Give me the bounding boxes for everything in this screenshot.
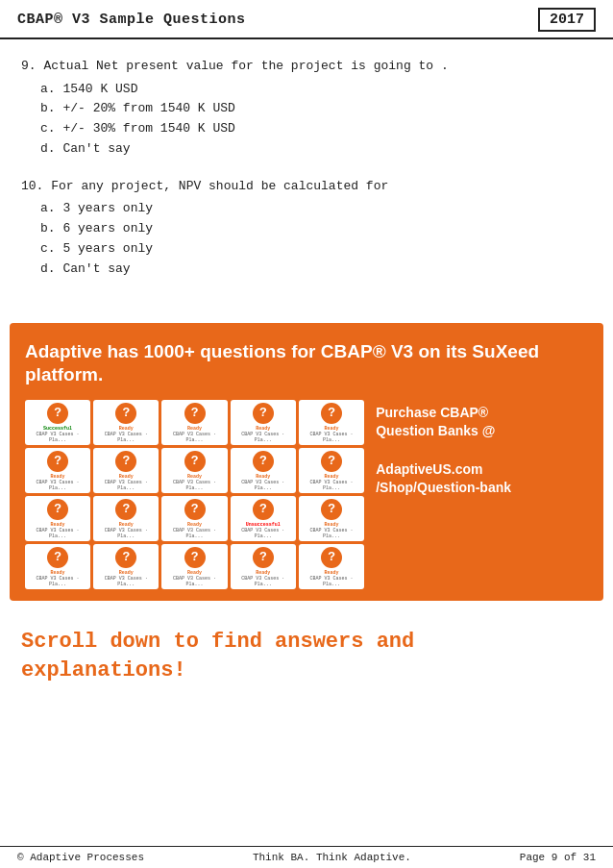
cell-label: CBAP V3 Cases · Pla... xyxy=(163,480,225,491)
question-icon: ? xyxy=(115,403,136,424)
footer-center: Think BA. Think Adaptive. xyxy=(253,852,411,863)
question-icon: ? xyxy=(253,499,274,520)
question-icon: ? xyxy=(253,547,274,568)
question-icon: ? xyxy=(184,547,206,568)
footer-right: Page 9 of 31 xyxy=(520,852,596,863)
main-content: 9. Actual Net present value for the proj… xyxy=(0,39,613,306)
question-9-text: 9. Actual Net present value for the proj… xyxy=(21,57,592,76)
question-icon: ? xyxy=(184,499,206,520)
question-icon: ? xyxy=(184,403,206,424)
option-9a: a. 1540 K USD xyxy=(40,80,592,100)
ad-grid-cell: ?ReadyCBAP V3 Cases · Pla... xyxy=(25,448,90,493)
ad-grid: ?SuccessfulCBAP V3 Cases · Pla...?ReadyC… xyxy=(25,400,364,589)
question-icon: ? xyxy=(115,451,136,472)
scroll-text: Scroll down to find answers and explanat… xyxy=(21,628,592,684)
ad-grid-cell: ?ReadyCBAP V3 Cases · Pla... xyxy=(299,448,364,493)
question-icon: ? xyxy=(47,451,68,472)
question-10-text: 10. For any project, NPV should be calcu… xyxy=(21,177,592,196)
question-icon: ? xyxy=(321,547,342,568)
footer-left: © Adaptive Processes xyxy=(17,852,144,863)
cell-label: CBAP V3 Cases · Pla... xyxy=(233,528,294,539)
ad-grid-cell: ?ReadyCBAP V3 Cases · Pla... xyxy=(231,400,296,445)
ad-grid-cell: ?ReadyCBAP V3 Cases · Pla... xyxy=(161,496,227,541)
ad-grid-cell: ?UnsuccessfulCBAP V3 Cases · Pla... xyxy=(231,496,296,541)
option-10d: d. Can't say xyxy=(40,260,592,280)
ad-grid-cell: ?ReadyCBAP V3 Cases · Pla... xyxy=(299,496,364,541)
ad-banner[interactable]: Adaptive has 1000+ questions for CBAP® V… xyxy=(10,323,603,601)
option-9c: c. +/- 30% from 1540 K USD xyxy=(40,119,592,139)
ad-right-text: Purchase CBAP®Question Banks @AdaptiveUS… xyxy=(376,400,588,498)
ad-grid-cell: ?ReadyCBAP V3 Cases · Pla... xyxy=(299,400,364,445)
ad-body: ?SuccessfulCBAP V3 Cases · Pla...?ReadyC… xyxy=(25,400,588,589)
question-icon: ? xyxy=(253,451,274,472)
cell-label: CBAP V3 Cases · Pla... xyxy=(163,528,225,539)
cell-label: CBAP V3 Cases · Pla... xyxy=(233,432,294,443)
cell-label: CBAP V3 Cases · Pla... xyxy=(95,480,157,491)
page-footer: © Adaptive Processes Think BA. Think Ada… xyxy=(0,846,613,868)
question-icon: ? xyxy=(321,403,342,424)
question-icon: ? xyxy=(47,547,68,568)
page-year: 2017 xyxy=(538,8,596,32)
option-10b: b. 6 years only xyxy=(40,219,592,239)
question-icon: ? xyxy=(184,451,206,472)
option-9b: b. +/- 20% from 1540 K USD xyxy=(40,99,592,119)
ad-headline: Adaptive has 1000+ questions for CBAP® V… xyxy=(25,340,588,386)
cell-label: CBAP V3 Cases · Pla... xyxy=(95,528,157,539)
cell-label: CBAP V3 Cases · Pla... xyxy=(27,576,88,587)
question-icon: ? xyxy=(115,499,136,520)
question-icon: ? xyxy=(47,403,68,424)
scroll-section: Scroll down to find answers and explanat… xyxy=(0,618,613,702)
ad-grid-cell: ?ReadyCBAP V3 Cases · Pla... xyxy=(25,496,90,541)
option-10c: c. 5 years only xyxy=(40,239,592,260)
page-title: CBAP® V3 Sample Questions xyxy=(17,12,246,28)
question-icon: ? xyxy=(321,451,342,472)
option-9d: d. Can't say xyxy=(40,139,592,160)
question-icon: ? xyxy=(47,499,68,520)
cell-label: CBAP V3 Cases · Pla... xyxy=(301,528,362,539)
question-10: 10. For any project, NPV should be calcu… xyxy=(21,177,592,280)
question-icon: ? xyxy=(253,403,274,424)
ad-grid-cell: ?ReadyCBAP V3 Cases · Pla... xyxy=(161,400,227,445)
ad-grid-cell: ?SuccessfulCBAP V3 Cases · Pla... xyxy=(25,400,90,445)
ad-grid-cell: ?ReadyCBAP V3 Cases · Pla... xyxy=(93,544,159,589)
question-icon: ? xyxy=(321,499,342,520)
question-icon: ? xyxy=(115,547,136,568)
question-9: 9. Actual Net present value for the proj… xyxy=(21,57,592,160)
cell-label: CBAP V3 Cases · Pla... xyxy=(27,480,88,491)
cell-label: CBAP V3 Cases · Pla... xyxy=(233,576,294,587)
question-10-options: a. 3 years only b. 6 years only c. 5 yea… xyxy=(21,199,592,279)
cell-label: CBAP V3 Cases · Pla... xyxy=(301,480,362,491)
ad-grid-cell: ?ReadyCBAP V3 Cases · Pla... xyxy=(231,448,296,493)
cell-label: CBAP V3 Cases · Pla... xyxy=(27,528,88,539)
cell-label: CBAP V3 Cases · Pla... xyxy=(301,432,362,443)
ad-grid-cell: ?ReadyCBAP V3 Cases · Pla... xyxy=(93,400,159,445)
ad-grid-cell: ?ReadyCBAP V3 Cases · Pla... xyxy=(161,544,227,589)
ad-grid-cell: ?ReadyCBAP V3 Cases · Pla... xyxy=(93,448,159,493)
option-10a: a. 3 years only xyxy=(40,199,592,219)
ad-grid-cell: ?ReadyCBAP V3 Cases · Pla... xyxy=(161,448,227,493)
ad-grid-cell: ?ReadyCBAP V3 Cases · Pla... xyxy=(93,496,159,541)
ad-grid-cell: ?ReadyCBAP V3 Cases · Pla... xyxy=(231,544,296,589)
page-header: CBAP® V3 Sample Questions 2017 xyxy=(0,0,613,39)
cell-label: CBAP V3 Cases · Pla... xyxy=(95,576,157,587)
cell-label: CBAP V3 Cases · Pla... xyxy=(163,432,225,443)
cell-label: CBAP V3 Cases · Pla... xyxy=(95,432,157,443)
cell-label: CBAP V3 Cases · Pla... xyxy=(233,480,294,491)
ad-grid-cell: ?ReadyCBAP V3 Cases · Pla... xyxy=(299,544,364,589)
cell-label: CBAP V3 Cases · Pla... xyxy=(27,432,88,443)
question-9-options: a. 1540 K USD b. +/- 20% from 1540 K USD… xyxy=(21,80,592,160)
cell-label: CBAP V3 Cases · Pla... xyxy=(163,576,225,587)
ad-grid-cell: ?ReadyCBAP V3 Cases · Pla... xyxy=(25,544,90,589)
cell-label: CBAP V3 Cases · Pla... xyxy=(301,576,362,587)
